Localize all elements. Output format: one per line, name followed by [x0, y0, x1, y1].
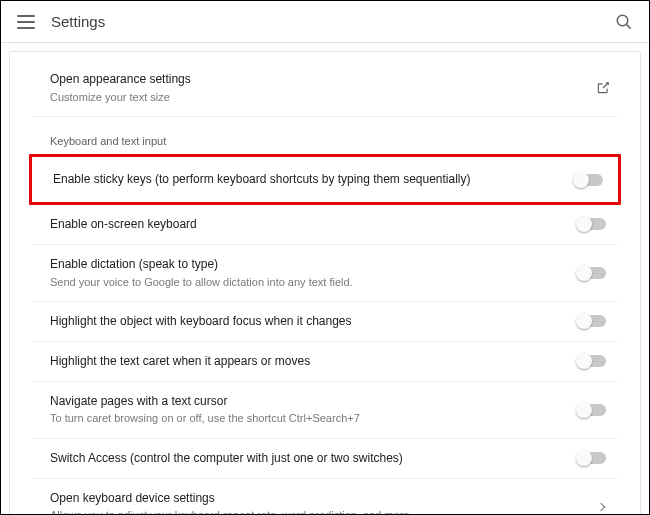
navigate-cursor-toggle[interactable]	[578, 404, 606, 416]
highlight-focus-row: Highlight the object with keyboard focus…	[32, 302, 618, 342]
row-title: Open keyboard device settings	[50, 490, 588, 507]
row-title: Enable on-screen keyboard	[50, 216, 568, 233]
chevron-right-icon[interactable]	[597, 502, 605, 510]
open-appearance-settings-row[interactable]: Open appearance settings Customize your …	[32, 60, 618, 117]
row-desc: To turn caret browsing on or off, use th…	[50, 411, 568, 426]
row-title: Highlight the object with keyboard focus…	[50, 313, 568, 330]
section-label: Keyboard and text input	[32, 117, 618, 152]
row-desc: Allows you to adjust your keyboard repea…	[50, 508, 588, 515]
svg-line-1	[627, 24, 631, 28]
search-icon[interactable]	[615, 13, 633, 31]
svg-point-0	[617, 15, 628, 26]
row-title: Enable sticky keys (to perform keyboard …	[53, 171, 565, 188]
row-title: Enable dictation (speak to type)	[50, 256, 568, 273]
switch-access-toggle[interactable]	[578, 452, 606, 464]
switch-access-row: Switch Access (control the computer with…	[32, 439, 618, 479]
highlight-caret-row: Highlight the text caret when it appears…	[32, 342, 618, 382]
onscreen-keyboard-row: Enable on-screen keyboard	[32, 205, 618, 245]
row-desc: Customize your text size	[50, 90, 586, 105]
sticky-keys-row: Enable sticky keys (to perform keyboard …	[32, 157, 618, 202]
page-title: Settings	[51, 13, 105, 30]
hamburger-menu-icon[interactable]	[17, 15, 35, 29]
row-desc: Send your voice to Google to allow dicta…	[50, 275, 568, 290]
dictation-row: Enable dictation (speak to type) Send yo…	[32, 245, 618, 302]
highlight-callout: Enable sticky keys (to perform keyboard …	[29, 154, 621, 205]
open-external-icon[interactable]	[596, 81, 610, 95]
keyboard-device-settings-row[interactable]: Open keyboard device settings Allows you…	[32, 479, 618, 515]
row-title: Navigate pages with a text cursor	[50, 393, 568, 410]
dictation-toggle[interactable]	[578, 267, 606, 279]
row-title: Highlight the text caret when it appears…	[50, 353, 568, 370]
highlight-caret-toggle[interactable]	[578, 355, 606, 367]
highlight-focus-toggle[interactable]	[578, 315, 606, 327]
sticky-keys-toggle[interactable]	[575, 174, 603, 186]
onscreen-keyboard-toggle[interactable]	[578, 218, 606, 230]
navigate-cursor-row: Navigate pages with a text cursor To tur…	[32, 382, 618, 439]
row-title: Switch Access (control the computer with…	[50, 450, 568, 467]
row-title: Open appearance settings	[50, 71, 586, 88]
